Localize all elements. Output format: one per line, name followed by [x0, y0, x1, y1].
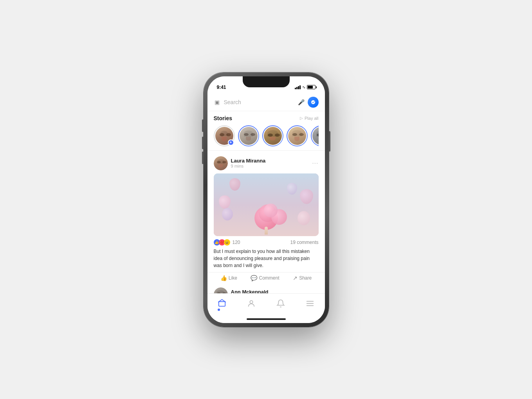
nav-home[interactable] [218, 298, 226, 309]
comment-icon: 💬 [251, 275, 257, 281]
haha-emoji: 😆 [224, 239, 230, 246]
post-text: But I must explain to you how all this m… [214, 248, 319, 269]
bottom-nav [207, 293, 325, 315]
search-placeholder: Search [224, 99, 241, 105]
post-actions: 👍 Like 💬 Comment ↗ Share [207, 272, 325, 283]
story-ring [287, 125, 308, 146]
share-button[interactable]: ↗ Share [293, 275, 312, 281]
home-indicator-bar [247, 318, 286, 320]
story-avatar-wrap [287, 125, 308, 146]
search-input[interactable]: Search [224, 99, 295, 105]
post-avatar [214, 156, 228, 170]
stories-title: Stories [214, 115, 232, 121]
post-avatar-image [214, 156, 228, 170]
play-all-button[interactable]: ▷ Play all [300, 116, 318, 121]
divider [207, 150, 325, 151]
post-item: Ann Mckennald 9 mins ··· [207, 283, 325, 293]
home-icon-wrap [218, 298, 226, 309]
avatar-face [264, 127, 282, 145]
emoji-stack: 👍 ❤️ 😆 [214, 239, 230, 246]
story-avatar [312, 126, 319, 146]
app-content: ▣ Search 🎤 Stories [207, 94, 325, 323]
stories-header: Stories ▷ Play all [214, 115, 319, 121]
avatar-face [240, 127, 258, 145]
post-image [214, 173, 319, 236]
post-meta: Laura Miranna 9 mins [231, 158, 309, 168]
post-header: Ann Mckennald 9 mins ··· [214, 287, 319, 293]
story-item[interactable] [238, 125, 259, 146]
avatar-face [288, 127, 306, 145]
comment-label: Comment [259, 275, 279, 281]
story-ring [238, 125, 259, 146]
nav-active-indicator [218, 309, 220, 311]
messenger-icon[interactable] [308, 97, 319, 108]
menu-icon [306, 299, 314, 308]
avatar-face [312, 127, 319, 145]
bell-icon [276, 299, 285, 308]
home-indicator [207, 315, 325, 323]
stories-section: Stories ▷ Play all [207, 111, 325, 149]
reaction-emojis: 👍 ❤️ 😆 120 [214, 239, 240, 246]
play-icon: ▷ [300, 116, 303, 120]
story-avatar [287, 126, 307, 146]
story-avatar-wrap [262, 125, 283, 146]
phone-screen: 9:41 ∿ ▣ Search [207, 76, 325, 323]
share-icon: ↗ [293, 275, 298, 281]
post-header: Laura Miranna 9 mins ··· [214, 156, 319, 170]
home-icon [218, 298, 226, 307]
nav-profile[interactable] [247, 299, 256, 308]
story-avatar [239, 126, 258, 146]
story-avatar [263, 126, 283, 146]
post-author: Ann Mckennald [231, 289, 309, 293]
feed-scroll[interactable]: Stories ▷ Play all [207, 111, 325, 293]
like-label: Like [229, 275, 237, 281]
story-ring [311, 125, 319, 146]
phone-frame: 9:41 ∿ ▣ Search [204, 72, 329, 327]
profile-icon [247, 299, 256, 308]
battery-icon [307, 85, 316, 89]
post-avatar [214, 287, 228, 293]
play-all-label: Play all [305, 116, 318, 121]
story-avatar-wrap [238, 125, 259, 146]
story-ring [262, 125, 283, 146]
post-meta: Ann Mckennald 9 mins [231, 289, 309, 293]
add-story-badge[interactable]: + [228, 139, 234, 146]
camera-icon[interactable]: ▣ [214, 99, 221, 105]
post-item: Laura Miranna 9 mins ··· [207, 152, 325, 283]
story-item[interactable] [311, 125, 319, 146]
story-avatar-wrap [311, 125, 319, 146]
stories-list: + [214, 125, 319, 146]
search-bar: ▣ Search 🎤 [207, 94, 325, 111]
balloon-scene [214, 173, 319, 236]
nav-menu[interactable] [306, 299, 314, 308]
story-item[interactable]: + [214, 125, 235, 146]
like-button[interactable]: 👍 Like [220, 275, 237, 281]
post-reactions: 👍 ❤️ 😆 120 19 comments [214, 239, 319, 246]
nav-notifications[interactable] [276, 299, 285, 308]
post-avatar-image [214, 287, 228, 293]
signal-icon [295, 85, 301, 89]
comment-button[interactable]: 💬 Comment [251, 275, 279, 281]
comments-count: 19 comments [290, 240, 318, 245]
share-label: Share [299, 275, 312, 281]
svg-rect-0 [219, 302, 225, 306]
story-item[interactable] [287, 125, 308, 146]
post-author: Laura Miranna [231, 158, 309, 164]
story-avatar-wrap: + [214, 125, 235, 146]
post-time: 9 mins [231, 164, 309, 168]
status-bar: 9:41 ∿ [207, 76, 325, 94]
story-item[interactable] [262, 125, 283, 146]
post-more-button[interactable]: ··· [312, 160, 318, 167]
microphone-icon[interactable]: 🎤 [298, 99, 305, 105]
status-icons: ∿ [295, 85, 316, 89]
reaction-count: 120 [233, 240, 240, 245]
notch [243, 76, 290, 87]
like-icon: 👍 [220, 275, 227, 281]
svg-point-1 [250, 301, 252, 303]
wifi-icon: ∿ [302, 85, 305, 89]
status-time: 9:41 [217, 85, 226, 90]
